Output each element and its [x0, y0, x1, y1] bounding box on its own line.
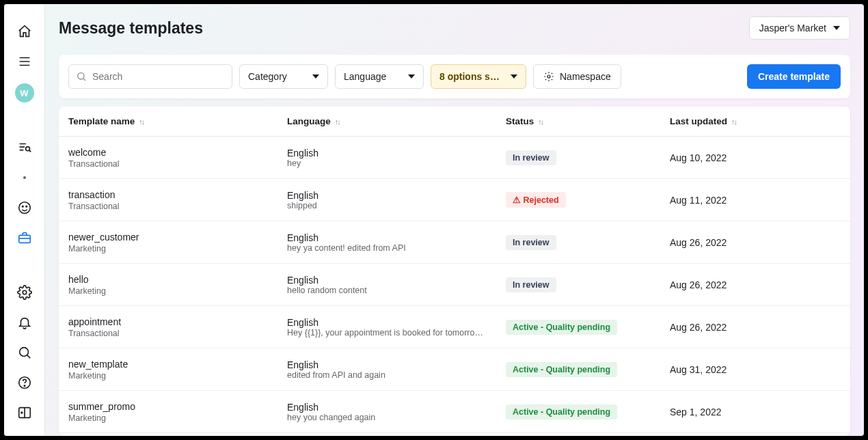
svg-point-22 — [547, 75, 550, 78]
template-category: Transactional — [68, 159, 287, 169]
search-icon[interactable] — [11, 339, 38, 366]
status-badge: Active - Quality pending — [506, 320, 617, 335]
template-language: English — [287, 148, 506, 159]
list-search-icon[interactable] — [11, 134, 38, 161]
svg-point-16 — [24, 385, 25, 386]
template-category: Marketing — [68, 371, 287, 381]
template-language: English — [287, 402, 506, 413]
template-name: newer_customer — [68, 231, 287, 244]
template-name: summer_promo — [68, 400, 287, 413]
status-filter[interactable]: 8 options sele… — [431, 64, 526, 89]
template-category: Transactional — [68, 202, 287, 211]
status-badge: ⚠ Rejected — [506, 192, 566, 208]
sort-icon: ↑↓ — [731, 118, 736, 126]
last-updated: Aug 10, 2022 — [670, 152, 841, 163]
search-icon — [76, 71, 87, 82]
table-row[interactable]: newer_customerMarketingEnglishhey ya con… — [59, 221, 850, 264]
template-preview: Hey {{1}}, your appointment is booked fo… — [287, 328, 485, 338]
sort-icon: ↑↓ — [139, 118, 144, 126]
sort-icon: ↑↓ — [335, 118, 340, 126]
status-badge: Active - Quality pending — [506, 404, 617, 420]
template-language: English — [287, 275, 506, 286]
chevron-down-icon — [312, 74, 319, 79]
svg-point-6 — [25, 147, 29, 151]
template-name: welcome — [68, 146, 287, 159]
last-updated: Sep 1, 2022 — [670, 407, 841, 417]
table-row[interactable]: new_templateMarketingEnglishedited from … — [59, 348, 850, 391]
svg-point-10 — [26, 206, 27, 206]
col-template-name[interactable]: Template name↑↓ — [68, 116, 287, 126]
home-icon[interactable] — [11, 18, 38, 45]
gear-icon — [543, 71, 554, 82]
svg-point-12 — [23, 290, 27, 294]
search-input-wrapper[interactable] — [68, 64, 232, 89]
last-updated: Aug 31, 2022 — [670, 364, 841, 375]
template-name: appointment — [68, 316, 287, 329]
chevron-down-icon — [511, 74, 517, 79]
table-row[interactable]: welcomeTransactionalEnglishheyIn reviewA… — [59, 137, 850, 179]
last-updated: Aug 26, 2022 — [670, 237, 841, 248]
template-category: Marketing — [68, 413, 287, 423]
help-icon[interactable] — [11, 369, 38, 396]
table-row[interactable]: transactionTransactionalEnglishshipped⚠ … — [59, 179, 850, 221]
svg-line-14 — [27, 355, 29, 358]
create-template-button[interactable]: Create template — [747, 64, 841, 89]
status-badge: In review — [506, 150, 556, 165]
template-preview: hey you changed again — [287, 413, 485, 422]
workspace-selector[interactable]: Jasper's Market — [749, 16, 850, 40]
template-preview: edited from API and again — [287, 370, 485, 380]
last-updated: Aug 26, 2022 — [670, 279, 841, 290]
template-category: Marketing — [68, 244, 287, 253]
template-language: English — [287, 359, 506, 370]
template-category: Marketing — [68, 286, 287, 296]
workspace-name: Jasper's Market — [759, 23, 826, 33]
template-name: new_template — [68, 358, 287, 371]
svg-point-13 — [19, 348, 28, 357]
language-filter[interactable]: Language — [335, 64, 424, 89]
status-badge: In review — [506, 235, 556, 250]
panel-icon[interactable] — [11, 399, 38, 426]
col-language[interactable]: Language↑↓ — [287, 116, 506, 126]
separator-dot — [23, 176, 26, 179]
search-input[interactable] — [92, 71, 225, 82]
sort-icon: ↑↓ — [538, 118, 543, 126]
dashboard-icon[interactable] — [11, 194, 38, 221]
category-filter[interactable]: Category — [239, 64, 328, 89]
svg-point-19 — [21, 412, 22, 413]
last-updated: Aug 11, 2022 — [670, 195, 841, 206]
template-language: English — [287, 317, 506, 328]
template-language: English — [287, 232, 506, 243]
chevron-down-icon — [408, 74, 415, 79]
avatar[interactable]: W — [15, 83, 34, 102]
col-last-updated[interactable]: Last updated↑↓ — [670, 116, 841, 126]
template-name: transaction — [68, 189, 287, 202]
table-row[interactable]: helloMarketingEnglishhello random conten… — [59, 264, 850, 306]
status-badge: In review — [506, 277, 556, 292]
svg-point-9 — [22, 206, 23, 206]
sidebar-nav: W — [4, 4, 45, 436]
page-title: Message templates — [59, 19, 203, 38]
svg-line-7 — [29, 150, 30, 152]
toolbox-icon[interactable] — [11, 224, 38, 251]
svg-line-21 — [83, 79, 85, 81]
last-updated: Aug 26, 2022 — [670, 322, 841, 333]
template-preview: hey — [287, 159, 485, 168]
template-name: hello — [68, 273, 287, 286]
settings-icon[interactable] — [11, 279, 38, 306]
table-row[interactable]: summer_promoMarketingEnglishhey you chan… — [59, 391, 850, 433]
table-row[interactable]: appointmentTransactionalEnglishHey {{1}}… — [59, 306, 850, 348]
svg-rect-11 — [18, 235, 30, 243]
svg-point-20 — [78, 73, 84, 79]
template-language: English — [287, 190, 506, 201]
bell-icon[interactable] — [11, 309, 38, 336]
chevron-down-icon — [833, 26, 840, 30]
col-status[interactable]: Status↑↓ — [506, 116, 670, 126]
template-preview: hey ya content! edited from API — [287, 243, 485, 253]
template-category: Transactional — [68, 329, 287, 338]
namespace-button[interactable]: Namespace — [533, 64, 621, 89]
hamburger-icon[interactable] — [11, 48, 38, 75]
svg-point-8 — [18, 202, 30, 214]
template-preview: shipped — [287, 201, 485, 210]
template-preview: hello random content — [287, 286, 485, 295]
status-badge: Active - Quality pending — [506, 362, 617, 377]
